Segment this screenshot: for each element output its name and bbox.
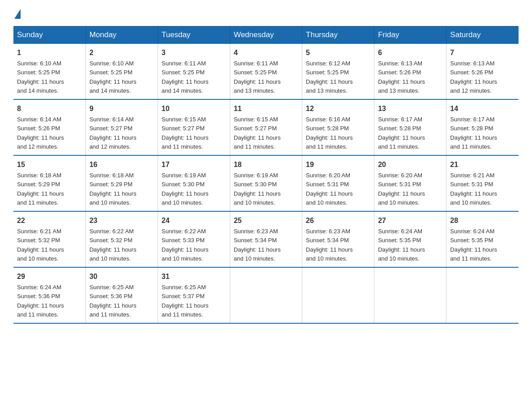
calendar-cell: 9Sunrise: 6:14 AMSunset: 5:27 PMDaylight… <box>86 99 158 155</box>
day-number: 21 <box>450 159 515 170</box>
calendar-cell: 7Sunrise: 6:13 AMSunset: 5:26 PMDaylight… <box>446 44 519 99</box>
day-info: Sunrise: 6:22 AMSunset: 5:32 PMDaylight:… <box>90 228 137 262</box>
day-info: Sunrise: 6:16 AMSunset: 5:28 PMDaylight:… <box>306 116 353 150</box>
day-number: 20 <box>378 159 442 170</box>
day-info: Sunrise: 6:13 AMSunset: 5:26 PMDaylight:… <box>378 60 425 94</box>
day-number: 9 <box>90 103 154 114</box>
day-number: 27 <box>378 215 442 226</box>
calendar-cell: 13Sunrise: 6:17 AMSunset: 5:28 PMDayligh… <box>374 99 446 155</box>
day-info: Sunrise: 6:11 AMSunset: 5:25 PMDaylight:… <box>234 60 281 94</box>
calendar-cell: 25Sunrise: 6:23 AMSunset: 5:34 PMDayligh… <box>230 211 302 267</box>
calendar-header-row: SundayMondayTuesdayWednesdayThursdayFrid… <box>13 26 519 44</box>
day-number: 5 <box>306 47 370 58</box>
calendar-cell: 8Sunrise: 6:14 AMSunset: 5:26 PMDaylight… <box>13 99 86 155</box>
day-number: 1 <box>17 47 82 58</box>
day-info: Sunrise: 6:20 AMSunset: 5:31 PMDaylight:… <box>378 172 425 206</box>
calendar-cell: 30Sunrise: 6:25 AMSunset: 5:36 PMDayligh… <box>86 267 158 323</box>
logo-text <box>13 9 21 19</box>
day-info: Sunrise: 6:17 AMSunset: 5:28 PMDaylight:… <box>450 116 497 150</box>
day-number: 22 <box>17 215 82 226</box>
column-header-saturday: Saturday <box>446 26 519 44</box>
day-info: Sunrise: 6:17 AMSunset: 5:28 PMDaylight:… <box>378 116 425 150</box>
column-header-friday: Friday <box>374 26 446 44</box>
logo-triangle-icon <box>14 9 21 19</box>
calendar-cell: 19Sunrise: 6:20 AMSunset: 5:31 PMDayligh… <box>302 155 374 211</box>
calendar-cell: 10Sunrise: 6:15 AMSunset: 5:27 PMDayligh… <box>158 99 230 155</box>
calendar-cell <box>446 267 519 323</box>
day-info: Sunrise: 6:24 AMSunset: 5:36 PMDaylight:… <box>17 284 64 318</box>
calendar-cell: 15Sunrise: 6:18 AMSunset: 5:29 PMDayligh… <box>13 155 86 211</box>
day-number: 26 <box>306 215 370 226</box>
day-number: 12 <box>306 103 370 114</box>
column-header-monday: Monday <box>86 26 158 44</box>
day-number: 11 <box>234 103 298 114</box>
day-info: Sunrise: 6:23 AMSunset: 5:34 PMDaylight:… <box>306 228 353 262</box>
calendar-cell: 23Sunrise: 6:22 AMSunset: 5:32 PMDayligh… <box>86 211 158 267</box>
day-number: 6 <box>378 47 442 58</box>
day-number: 23 <box>90 215 154 226</box>
calendar-cell: 22Sunrise: 6:21 AMSunset: 5:32 PMDayligh… <box>13 211 86 267</box>
column-header-sunday: Sunday <box>13 26 86 44</box>
calendar-table: SundayMondayTuesdayWednesdayThursdayFrid… <box>13 26 519 324</box>
calendar-cell: 17Sunrise: 6:19 AMSunset: 5:30 PMDayligh… <box>158 155 230 211</box>
day-info: Sunrise: 6:10 AMSunset: 5:25 PMDaylight:… <box>90 60 137 94</box>
calendar-week-row: 8Sunrise: 6:14 AMSunset: 5:26 PMDaylight… <box>13 99 519 155</box>
column-header-tuesday: Tuesday <box>158 26 230 44</box>
day-number: 19 <box>306 159 370 170</box>
day-info: Sunrise: 6:24 AMSunset: 5:35 PMDaylight:… <box>378 228 425 262</box>
day-info: Sunrise: 6:13 AMSunset: 5:26 PMDaylight:… <box>450 60 497 94</box>
calendar-cell: 1Sunrise: 6:10 AMSunset: 5:25 PMDaylight… <box>13 44 86 99</box>
day-number: 18 <box>234 159 298 170</box>
logo <box>13 9 21 17</box>
calendar-cell: 3Sunrise: 6:11 AMSunset: 5:25 PMDaylight… <box>158 44 230 99</box>
day-number: 4 <box>234 47 298 58</box>
calendar-week-row: 15Sunrise: 6:18 AMSunset: 5:29 PMDayligh… <box>13 155 519 211</box>
day-info: Sunrise: 6:23 AMSunset: 5:34 PMDaylight:… <box>234 228 281 262</box>
calendar-cell: 4Sunrise: 6:11 AMSunset: 5:25 PMDaylight… <box>230 44 302 99</box>
day-number: 13 <box>378 103 442 114</box>
day-info: Sunrise: 6:18 AMSunset: 5:29 PMDaylight:… <box>90 172 137 206</box>
day-number: 15 <box>17 159 82 170</box>
day-number: 16 <box>90 159 154 170</box>
day-number: 14 <box>450 103 515 114</box>
calendar-cell: 28Sunrise: 6:24 AMSunset: 5:35 PMDayligh… <box>446 211 519 267</box>
calendar-cell: 6Sunrise: 6:13 AMSunset: 5:26 PMDaylight… <box>374 44 446 99</box>
calendar-cell: 27Sunrise: 6:24 AMSunset: 5:35 PMDayligh… <box>374 211 446 267</box>
calendar-cell <box>302 267 374 323</box>
calendar-week-row: 29Sunrise: 6:24 AMSunset: 5:36 PMDayligh… <box>13 267 519 323</box>
calendar-week-row: 1Sunrise: 6:10 AMSunset: 5:25 PMDaylight… <box>13 44 519 99</box>
day-number: 8 <box>17 103 82 114</box>
calendar-cell: 20Sunrise: 6:20 AMSunset: 5:31 PMDayligh… <box>374 155 446 211</box>
calendar-cell: 29Sunrise: 6:24 AMSunset: 5:36 PMDayligh… <box>13 267 86 323</box>
day-info: Sunrise: 6:22 AMSunset: 5:33 PMDaylight:… <box>162 228 209 262</box>
day-info: Sunrise: 6:14 AMSunset: 5:26 PMDaylight:… <box>17 116 64 150</box>
day-info: Sunrise: 6:18 AMSunset: 5:29 PMDaylight:… <box>17 172 64 206</box>
calendar-cell: 12Sunrise: 6:16 AMSunset: 5:28 PMDayligh… <box>302 99 374 155</box>
day-number: 24 <box>162 215 226 226</box>
calendar-cell: 18Sunrise: 6:19 AMSunset: 5:30 PMDayligh… <box>230 155 302 211</box>
calendar-cell: 24Sunrise: 6:22 AMSunset: 5:33 PMDayligh… <box>158 211 230 267</box>
day-number: 31 <box>162 271 226 282</box>
day-info: Sunrise: 6:21 AMSunset: 5:31 PMDaylight:… <box>450 172 497 206</box>
day-info: Sunrise: 6:19 AMSunset: 5:30 PMDaylight:… <box>162 172 209 206</box>
day-info: Sunrise: 6:11 AMSunset: 5:25 PMDaylight:… <box>162 60 209 94</box>
calendar-cell: 11Sunrise: 6:15 AMSunset: 5:27 PMDayligh… <box>230 99 302 155</box>
day-number: 10 <box>162 103 226 114</box>
day-info: Sunrise: 6:24 AMSunset: 5:35 PMDaylight:… <box>450 228 497 262</box>
calendar-cell: 31Sunrise: 6:25 AMSunset: 5:37 PMDayligh… <box>158 267 230 323</box>
day-number: 17 <box>162 159 226 170</box>
column-header-wednesday: Wednesday <box>230 26 302 44</box>
calendar-cell <box>230 267 302 323</box>
day-number: 25 <box>234 215 298 226</box>
calendar-cell: 5Sunrise: 6:12 AMSunset: 5:25 PMDaylight… <box>302 44 374 99</box>
column-header-thursday: Thursday <box>302 26 374 44</box>
day-info: Sunrise: 6:20 AMSunset: 5:31 PMDaylight:… <box>306 172 353 206</box>
day-info: Sunrise: 6:15 AMSunset: 5:27 PMDaylight:… <box>162 116 209 150</box>
calendar-week-row: 22Sunrise: 6:21 AMSunset: 5:32 PMDayligh… <box>13 211 519 267</box>
calendar-cell <box>374 267 446 323</box>
calendar-cell: 2Sunrise: 6:10 AMSunset: 5:25 PMDaylight… <box>86 44 158 99</box>
calendar-cell: 14Sunrise: 6:17 AMSunset: 5:28 PMDayligh… <box>446 99 519 155</box>
day-number: 28 <box>450 215 515 226</box>
day-info: Sunrise: 6:25 AMSunset: 5:37 PMDaylight:… <box>162 284 209 318</box>
day-info: Sunrise: 6:10 AMSunset: 5:25 PMDaylight:… <box>17 60 64 94</box>
